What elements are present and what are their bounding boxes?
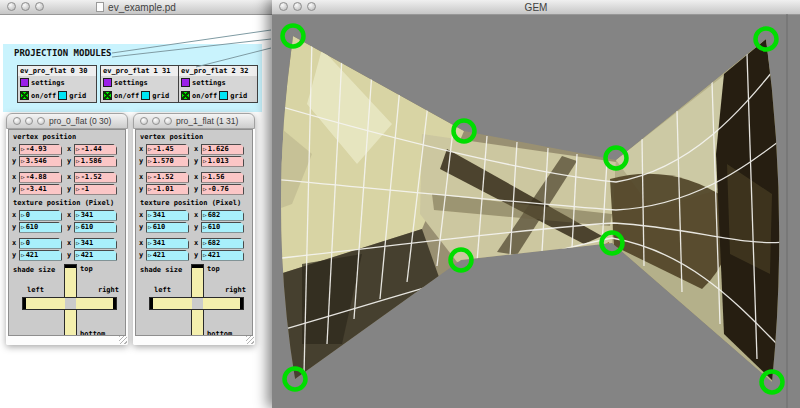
texture-number-box[interactable]: ▷341 — [146, 238, 189, 249]
numberbox-arrow-icon: ▷ — [148, 252, 152, 258]
vertex-number-box[interactable]: ▷1.56 — [201, 172, 244, 183]
axis-label: y — [139, 223, 145, 231]
grid-toggle[interactable] — [141, 91, 150, 100]
vertex-number-box[interactable]: ▷1.570 — [146, 156, 189, 167]
axis-label: y — [67, 157, 73, 165]
shade-size-widget: shade size top left right bottom — [12, 264, 122, 336]
on-off-toggle[interactable] — [20, 91, 29, 100]
on-off-label: on/off — [114, 92, 139, 100]
numberbox-arrow-icon: ▷ — [148, 224, 152, 230]
vertex-number-box[interactable]: ▷-1.45 — [146, 144, 189, 155]
vertex-number-box[interactable]: ▷-0.76 — [201, 184, 244, 195]
texture-row: y ▷421 y ▷421 — [139, 249, 249, 261]
minimize-button[interactable] — [21, 2, 30, 11]
vertex-number-box[interactable]: ▷-1.52 — [74, 172, 117, 183]
resize-grip[interactable] — [246, 336, 254, 344]
vertex-number-box[interactable]: ▷-1.01 — [146, 184, 189, 195]
left-label: left — [154, 286, 171, 294]
left-label: left — [27, 286, 44, 294]
axis-label: x — [139, 173, 145, 181]
numberbox-arrow-icon: ▷ — [203, 212, 207, 218]
subwindow-canvas: vertex position x ▷-1.45 x ▷1.626 y ▷1.5… — [135, 129, 253, 336]
texture-number-box[interactable]: ▷421 — [19, 250, 62, 261]
axis-label: y — [194, 157, 200, 165]
vertex-number-box[interactable]: ▷3.546 — [19, 156, 62, 167]
texture-number-box[interactable]: ▷610 — [201, 222, 244, 233]
minimize-button[interactable] — [152, 117, 160, 125]
pd-titlebar[interactable]: ev_example.pd — [0, 0, 272, 15]
numberbox-arrow-icon: ▷ — [148, 240, 152, 246]
texture-number-box[interactable]: ▷421 — [74, 250, 117, 261]
background-window-edge — [786, 14, 788, 408]
texture-number-box[interactable]: ▷0 — [19, 238, 62, 249]
axis-label: y — [139, 185, 145, 193]
vertex-number-box[interactable]: ▷-1 — [74, 184, 117, 195]
close-button[interactable] — [140, 117, 148, 125]
texture-number-box[interactable]: ▷610 — [19, 222, 62, 233]
vertex-row: y ▷-3.41 y ▷-1 — [12, 183, 122, 195]
axis-label: x — [67, 211, 73, 219]
settings-button[interactable] — [20, 78, 29, 87]
gem-canvas — [272, 14, 800, 408]
texture-number-box[interactable]: ▷682 — [201, 238, 244, 249]
vertex-number-box[interactable]: ▷-3.41 — [19, 184, 62, 195]
vertex-heading: vertex position — [13, 133, 122, 141]
zoom-button[interactable] — [35, 2, 44, 11]
texture-number-box[interactable]: ▷610 — [74, 222, 117, 233]
pd-patch-window: ev_example.pd PROJECTION MODULES ev_pro_… — [0, 0, 272, 408]
vertex-number-box[interactable]: ▷-1.44 — [74, 144, 117, 155]
texture-number-box[interactable]: ▷421 — [201, 250, 244, 261]
texture-number-box[interactable]: ▷341 — [146, 210, 189, 221]
close-button[interactable] — [279, 2, 288, 11]
axis-label: x — [12, 239, 18, 247]
minimize-button[interactable] — [25, 117, 33, 125]
shade-size-widget: shade size top left right bottom — [139, 264, 249, 336]
texture-number-box[interactable]: ▷341 — [74, 210, 117, 221]
settings-button[interactable] — [181, 78, 190, 87]
numberbox-arrow-icon: ▷ — [203, 186, 207, 192]
minimize-button[interactable] — [293, 2, 302, 11]
axis-label: x — [12, 211, 18, 219]
zoom-button[interactable] — [37, 117, 45, 125]
vertex-row: x ▷-1.45 x ▷1.626 — [139, 143, 249, 155]
on-off-toggle[interactable] — [103, 91, 112, 100]
vertex-heading: vertex position — [140, 133, 249, 141]
numberbox-arrow-icon: ▷ — [21, 252, 25, 258]
close-button[interactable] — [13, 117, 21, 125]
settings-label: settings — [192, 79, 226, 87]
subwindow-titlebar[interactable]: pro_1_flat (1 31) — [133, 113, 255, 129]
slider-cross-center — [192, 298, 203, 309]
projection-surface — [272, 14, 800, 408]
numberbox-arrow-icon: ▷ — [76, 174, 80, 180]
on-off-toggle[interactable] — [181, 91, 190, 100]
texture-number-box[interactable]: ▷682 — [201, 210, 244, 221]
gem-window-controls — [279, 2, 316, 11]
vertex-number-box[interactable]: ▷1.626 — [201, 144, 244, 155]
settings-label: settings — [114, 79, 148, 87]
subwindow-title: pro_1_flat (1 31) — [176, 116, 238, 126]
vertex-row: x ▷-1.52 x ▷1.56 — [139, 171, 249, 183]
shade-size-label: shade size — [140, 266, 182, 274]
numberbox-arrow-icon: ▷ — [21, 224, 25, 230]
grid-toggle[interactable] — [58, 91, 67, 100]
vertex-number-box[interactable]: ▷1.013 — [201, 156, 244, 167]
vertex-number-box[interactable]: ▷-4.93 — [19, 144, 62, 155]
texture-number-box[interactable]: ▷341 — [74, 238, 117, 249]
gem-titlebar[interactable]: GEM — [272, 0, 800, 15]
vertex-number-box[interactable]: ▷-1.52 — [146, 172, 189, 183]
close-button[interactable] — [7, 2, 16, 11]
zoom-button[interactable] — [307, 2, 316, 11]
resize-grip[interactable] — [119, 336, 127, 344]
settings-button[interactable] — [103, 78, 112, 87]
texture-number-box[interactable]: ▷421 — [146, 250, 189, 261]
grid-toggle[interactable] — [219, 91, 228, 100]
zoom-button[interactable] — [164, 117, 172, 125]
axis-label: y — [194, 251, 200, 259]
axis-label: y — [12, 223, 18, 231]
subwindow-titlebar[interactable]: pro_0_flat (0 30) — [6, 113, 128, 129]
vertex-number-box[interactable]: ▷-4.88 — [19, 172, 62, 183]
axis-label: x — [139, 211, 145, 219]
texture-number-box[interactable]: ▷610 — [146, 222, 189, 233]
texture-number-box[interactable]: ▷0 — [19, 210, 62, 221]
vertex-number-box[interactable]: ▷1.586 — [74, 156, 117, 167]
